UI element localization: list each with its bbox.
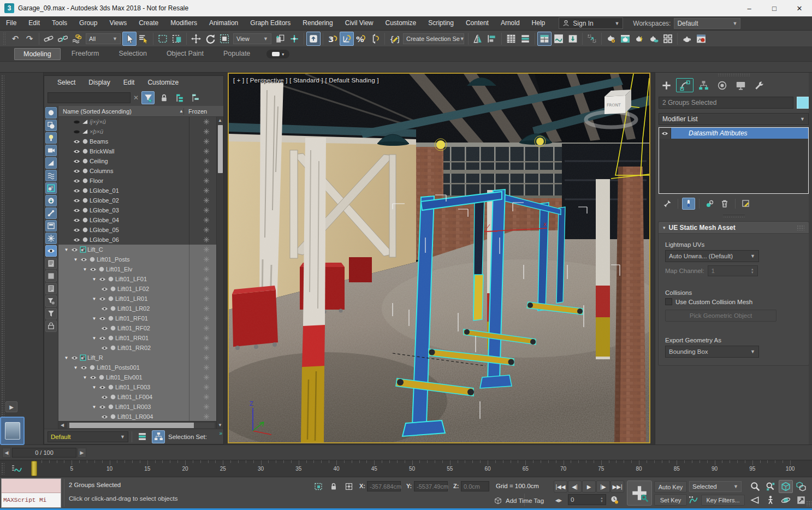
tab-utilities-icon[interactable] [750, 78, 768, 92]
prev-frame-button[interactable]: ◀| [568, 481, 582, 493]
visibility-eye-icon[interactable] [72, 188, 81, 193]
curve-editor-icon[interactable] [552, 32, 566, 46]
name-column-header[interactable]: Name (Sorted Ascending) ▲ [58, 108, 183, 115]
track-bar[interactable]: 0510152025303540455055606570758085909510… [0, 460, 812, 477]
object-name[interactable]: íj×ý×û [90, 118, 106, 125]
tab-create-icon[interactable] [657, 78, 675, 92]
menu-file[interactable]: File [0, 16, 22, 30]
visibility-eye-icon[interactable] [98, 385, 106, 390]
object-name[interactable]: LGlobe_05 [90, 227, 119, 233]
visibility-eye-icon[interactable] [100, 395, 109, 400]
select-by-name-icon[interactable] [137, 32, 151, 46]
zoom-extents-selected-icon[interactable] [779, 480, 793, 493]
visibility-eye-icon[interactable] [98, 296, 106, 301]
export-geometry-dropdown[interactable]: Bounding Box▼ [665, 346, 759, 358]
filter-lights-icon[interactable] [45, 132, 57, 144]
maxscript-mini-listener[interactable]: MAXScript Mi [1, 478, 61, 508]
expand-collapse-icon[interactable]: ▼ [81, 375, 88, 380]
container-basket-icon[interactable] [45, 321, 57, 332]
tree-item-lift01_posts001[interactable]: ▼Lift01_Posts001 [58, 363, 223, 372]
object-name[interactable]: Beams [90, 138, 108, 145]
object-name[interactable]: Floor [90, 177, 103, 184]
ribbon-tab-populate[interactable]: Populate [215, 48, 259, 60]
explorer-menu-customize[interactable]: Customize [141, 76, 185, 90]
visibility-eye-icon[interactable] [72, 208, 81, 213]
selection-set-dropdown[interactable]: Selected▼ [689, 481, 742, 492]
selection-region-icon[interactable] [312, 481, 324, 493]
panel-scrollbar[interactable] [809, 73, 812, 444]
ribbon-tab-object-paint[interactable]: Object Paint [158, 48, 212, 60]
tree-item-lglobe_03[interactable]: LGlobe_03 [58, 205, 223, 215]
menu-edit[interactable]: Edit [22, 16, 46, 30]
tree-item-brickwall[interactable]: BrickWall [58, 146, 223, 156]
advanced-filter-icon[interactable] [45, 295, 57, 307]
goto-start-button[interactable]: |◀◀ [554, 481, 567, 493]
selection-list-icon[interactable] [45, 258, 57, 269]
mirror-icon[interactable] [471, 32, 485, 46]
named-selection-sets-dropdown[interactable]: Create Selection Se▼ [403, 33, 464, 44]
object-name[interactable]: Lift01_RF02 [117, 325, 150, 331]
snaps-toggle-3d-icon[interactable]: 3 [325, 32, 340, 46]
tree-item-lift01_rr01[interactable]: ▼Lift01_RR01 [58, 333, 223, 343]
explorer-search-input[interactable] [48, 92, 131, 103]
filter-shapes-icon[interactable] [45, 120, 57, 131]
absolute-mode-icon[interactable] [343, 481, 355, 493]
show-end-result-icon[interactable] [682, 198, 695, 210]
object-name[interactable]: BrickWall [90, 148, 114, 155]
render-cloud-icon[interactable] [647, 32, 661, 46]
object-name[interactable]: LGlobe_01 [90, 187, 119, 194]
toggle-ribbon-icon[interactable] [518, 32, 532, 46]
tree-item-floor[interactable]: Floor [58, 176, 223, 186]
use-custom-collision-checkbox[interactable] [665, 298, 672, 305]
tree-item-lift01_rr02[interactable]: Lift01_RR02 [58, 343, 223, 353]
object-name[interactable]: ×þ×ü [90, 128, 103, 135]
clear-search-icon[interactable]: ✕ [133, 94, 139, 102]
scroll-down-icon[interactable]: ▼ [218, 422, 222, 429]
reference-coordinate-system-dropdown[interactable]: View▼ [233, 33, 271, 44]
filter-helpers-icon[interactable] [45, 157, 57, 169]
resize-grip[interactable] [806, 501, 811, 506]
tree-item-beams[interactable]: Beams [58, 137, 223, 146]
x-coordinate-field[interactable]: -357.684cm [367, 481, 401, 491]
object-name[interactable]: Lift01_RF01 [115, 315, 148, 322]
map-channel-spinner[interactable]: 1 ▲▼ [708, 265, 758, 276]
filter-cameras-icon[interactable] [45, 145, 57, 156]
set-key-button[interactable]: Set Key [654, 494, 687, 506]
scrollbar-thumb[interactable] [69, 423, 194, 428]
visibility-eye-icon[interactable] [72, 238, 81, 242]
scroll-up-icon[interactable]: ▲ [218, 117, 222, 124]
visibility-eye-icon[interactable] [72, 120, 81, 124]
object-name[interactable]: LGlobe_04 [90, 217, 119, 223]
menu-arnold[interactable]: Arnold [495, 16, 526, 30]
toggle-scene-explorer-icon[interactable] [537, 32, 552, 46]
tree-item-lift01_posts[interactable]: ▼Lift01_Posts [58, 254, 223, 264]
visibility-eye-icon[interactable] [100, 346, 109, 351]
percent-snap-toggle-icon[interactable]: % [354, 32, 368, 46]
expand-collapse-icon[interactable]: ▼ [91, 296, 98, 301]
filter-xrefs-icon[interactable] [45, 195, 57, 206]
remove-modifier-icon[interactable] [718, 198, 731, 210]
explorer-vertical-scrollbar[interactable]: ▲ ▼ [216, 117, 223, 429]
menu-animation[interactable]: Animation [203, 16, 244, 30]
object-name[interactable]: Lift01_RR01 [115, 335, 149, 341]
select-and-scale-icon[interactable] [217, 32, 232, 46]
tree-item-xxxx[interactable]: ×þ×ü [58, 127, 223, 137]
hierarchy-view-icon[interactable] [152, 430, 165, 443]
tree-item-lift01_lr02[interactable]: Lift01_LR02 [58, 304, 223, 313]
menu-modifiers[interactable]: Modifiers [164, 16, 203, 30]
render-presets-icon[interactable] [661, 32, 675, 46]
render-setup-icon[interactable] [604, 32, 618, 46]
tree-item-lglobe_06[interactable]: LGlobe_06 [58, 235, 223, 245]
current-frame-field[interactable]: 0 ▲▼ [568, 494, 606, 505]
menu-graph-editors[interactable]: Graph Editors [244, 16, 297, 30]
tree-item-lift01_lr004[interactable]: Lift01_LR004 [58, 412, 223, 421]
visibility-eye-icon[interactable] [100, 414, 109, 419]
add-time-tag[interactable]: Add Time Tag [494, 497, 544, 505]
active-layer-dropdown[interactable]: Default ▼ [48, 431, 128, 442]
tree-item-xjxxxx[interactable]: íj×ý×û [58, 117, 223, 127]
unlink-selection-icon[interactable] [56, 32, 70, 46]
z-coordinate-field[interactable]: 0.0cm [461, 481, 489, 491]
visibility-eye-icon[interactable] [70, 355, 79, 360]
render-production-icon[interactable] [680, 32, 694, 46]
tab-hierarchy-icon[interactable] [695, 78, 712, 92]
